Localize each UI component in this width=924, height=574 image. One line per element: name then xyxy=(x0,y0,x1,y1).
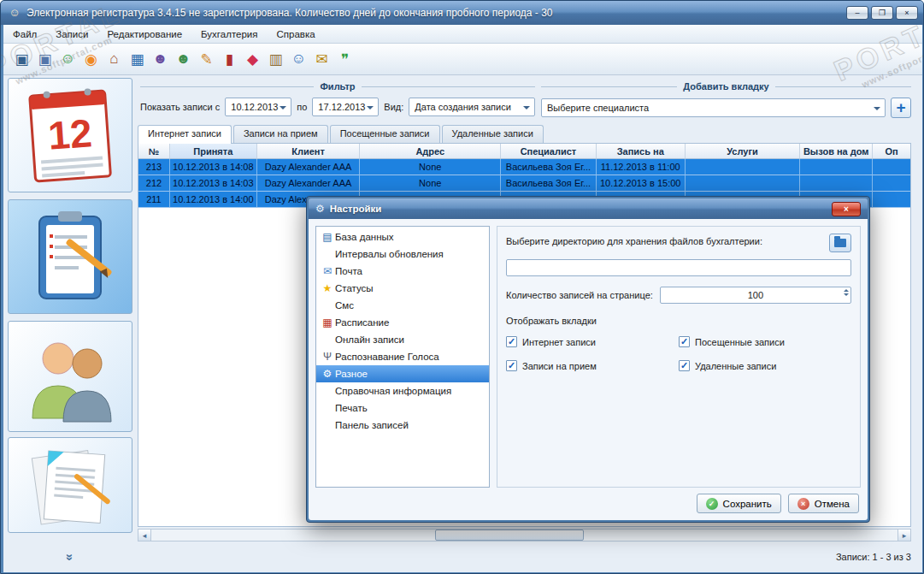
scroll-left-icon[interactable]: ◂ xyxy=(138,530,151,541)
tab-visited-records[interactable]: Посещенные записи xyxy=(330,125,440,143)
list-item-print[interactable]: Печать xyxy=(316,399,489,417)
date-from-picker[interactable]: 10.12.2013 xyxy=(225,98,291,116)
horizontal-scrollbar[interactable]: ◂ ▸ xyxy=(138,529,911,541)
scrollbar-thumb[interactable] xyxy=(435,530,585,541)
menu-accounting[interactable]: Бухгалтерия xyxy=(191,27,267,42)
list-item-reference-info[interactable]: Справочная информация xyxy=(316,382,489,399)
list-item-online-records[interactable]: Онлайн записи xyxy=(316,331,489,348)
directory-input[interactable] xyxy=(506,259,851,276)
save-button[interactable]: ✓ Сохранить xyxy=(697,494,781,513)
tab-internet-records[interactable]: Интернет записи xyxy=(138,125,232,144)
list-item-sms[interactable]: Смс xyxy=(316,297,489,314)
sidebar-item-calendar[interactable]: 12 xyxy=(8,78,132,192)
journal-icon[interactable]: ▮ xyxy=(218,47,241,71)
tab-appointments[interactable]: Записи на прием xyxy=(233,125,328,143)
date-to-picker[interactable]: 17.12.2013 xyxy=(312,98,379,116)
save-all-icon[interactable]: ▣ xyxy=(33,47,56,71)
display-tabs-checkboxes: ✓ Интернет записи ✓ Записи на прием ✓ По… xyxy=(506,336,851,371)
list-item-records-panel[interactable]: Панель записей xyxy=(316,417,489,434)
col-operator[interactable]: Оп xyxy=(873,144,910,159)
add-tab-button[interactable]: + xyxy=(891,98,911,118)
clients-icon[interactable]: ☻ xyxy=(172,47,195,71)
titlebar[interactable]: ☺ Электронная регистратура 3.4.15 не зар… xyxy=(1,1,924,25)
documents-image xyxy=(21,442,120,528)
col-house-call[interactable]: Вызов на дом xyxy=(800,144,873,159)
people-image xyxy=(21,326,120,427)
list-item-statuses[interactable]: ★Статусы xyxy=(316,280,489,297)
cell xyxy=(686,175,801,192)
tab-deleted-records[interactable]: Удаленные записи xyxy=(442,125,544,143)
app-window: ☺ Электронная регистратура 3.4.15 не зар… xyxy=(0,0,924,574)
records-per-page-label: Количество записей на странице: xyxy=(506,290,653,300)
settings-category-list: ▤База данных Интервалы обновления ✉Почта… xyxy=(315,226,490,488)
menu-help[interactable]: Справка xyxy=(268,27,325,42)
sidebar-item-clients[interactable] xyxy=(8,321,132,432)
dialog-titlebar[interactable]: ⚙ Настройки × xyxy=(309,198,868,219)
sidebar-item-documents[interactable] xyxy=(8,437,132,533)
list-item-misc[interactable]: ⚙Разное xyxy=(316,365,489,382)
sidebar-collapse-button[interactable]: » xyxy=(8,550,132,565)
cell xyxy=(873,175,910,192)
checkbox-internet-records[interactable]: ✓ Интернет записи xyxy=(506,336,679,347)
col-appointment[interactable]: Запись на xyxy=(597,144,686,159)
table-header: № Принята Клиент Адрес Специалист Запись… xyxy=(138,144,910,159)
col-services[interactable]: Услуги xyxy=(686,144,801,159)
add-tab-group-label: Добавить вкладку xyxy=(683,81,768,92)
records-per-page-input[interactable]: 100 xyxy=(660,287,851,304)
col-specialist[interactable]: Специалист xyxy=(501,144,597,159)
table-row[interactable]: 212 10.12.2013 в 14:03 Dazy Alexander AA… xyxy=(138,175,910,192)
scrollbar-track[interactable] xyxy=(151,530,898,541)
col-received[interactable]: Принята xyxy=(170,144,257,159)
browse-folder-button[interactable] xyxy=(829,234,851,252)
menu-records[interactable]: Записи xyxy=(46,27,97,42)
close-button[interactable]: × xyxy=(896,6,918,20)
cell xyxy=(800,175,873,192)
list-item-voice-recognition[interactable]: ΨРаспознавание Голоса xyxy=(316,348,489,365)
table-row[interactable]: 213 10.12.2013 в 14:08 Dazy Alexander AA… xyxy=(138,159,910,175)
check-circle-icon: ✓ xyxy=(706,498,718,510)
checkbox-deleted-records[interactable]: ✓ Удаленные записи xyxy=(679,360,851,371)
calendar-image: 12 xyxy=(21,83,120,187)
menu-file[interactable]: Файл xyxy=(3,27,46,42)
save-icon[interactable]: ▣ xyxy=(10,47,33,71)
schedule-icon[interactable]: ▦ xyxy=(126,47,149,71)
scroll-right-icon[interactable]: ▸ xyxy=(898,530,910,541)
add-client-icon[interactable]: ☺ xyxy=(56,47,79,71)
show-records-label: Показать записи с xyxy=(140,102,220,112)
minimize-button[interactable]: – xyxy=(846,6,868,20)
mail-icon[interactable]: ✉ xyxy=(310,47,333,71)
settings-dialog: ⚙ Настройки × ▤База данных Интервалы обн… xyxy=(306,196,870,523)
cancel-button[interactable]: × Отмена xyxy=(788,494,859,513)
new-record-icon[interactable]: ◉ xyxy=(79,47,103,71)
specialist-select[interactable]: Выберите специалиста xyxy=(541,98,886,117)
menu-edit[interactable]: Редактирование xyxy=(97,27,191,42)
maximize-button[interactable]: ❐ xyxy=(871,6,893,20)
col-address[interactable]: Адрес xyxy=(360,144,501,159)
edit-record-icon[interactable]: ✎ xyxy=(195,47,218,71)
filter-group: Фильтр Показать записи с 10.12.2013 по 1… xyxy=(140,81,535,116)
view-select[interactable]: Дата создания записи xyxy=(409,98,535,116)
archive-icon[interactable]: ▥ xyxy=(264,47,287,71)
list-item-update-intervals[interactable]: Интервалы обновления xyxy=(316,246,489,263)
home-icon[interactable]: ⌂ xyxy=(103,47,126,71)
cell: Dazy Alexander AAA xyxy=(257,159,361,175)
sidebar-item-tasks[interactable] xyxy=(8,199,132,314)
list-item-database[interactable]: ▤База данных xyxy=(316,228,489,246)
checkbox-visited-records[interactable]: ✓ Посещенные записи xyxy=(679,336,851,347)
col-client[interactable]: Клиент xyxy=(257,144,361,159)
list-item-mail[interactable]: ✉Почта xyxy=(316,263,489,280)
app-icon: ☺ xyxy=(8,6,21,20)
meeting-icon[interactable]: ☻ xyxy=(149,47,172,71)
settings-panel: Выберите директорию для хранения файлов … xyxy=(497,226,861,488)
col-number[interactable]: № xyxy=(138,144,170,159)
chat-icon[interactable]: ❞ xyxy=(333,47,356,71)
list-item-schedule[interactable]: ▦Расписание xyxy=(316,314,489,331)
double-chevron-down-icon: » xyxy=(63,553,78,560)
specialist-icon[interactable]: ☺ xyxy=(287,47,310,71)
spinner-icon[interactable] xyxy=(844,289,849,296)
checkbox-appointments[interactable]: ✓ Записи на прием xyxy=(506,360,679,371)
dialog-close-button[interactable]: × xyxy=(832,202,861,216)
checkbox-icon: ✓ xyxy=(506,360,517,371)
folder-icon xyxy=(834,239,846,247)
gift-icon[interactable]: ◆ xyxy=(241,47,264,71)
